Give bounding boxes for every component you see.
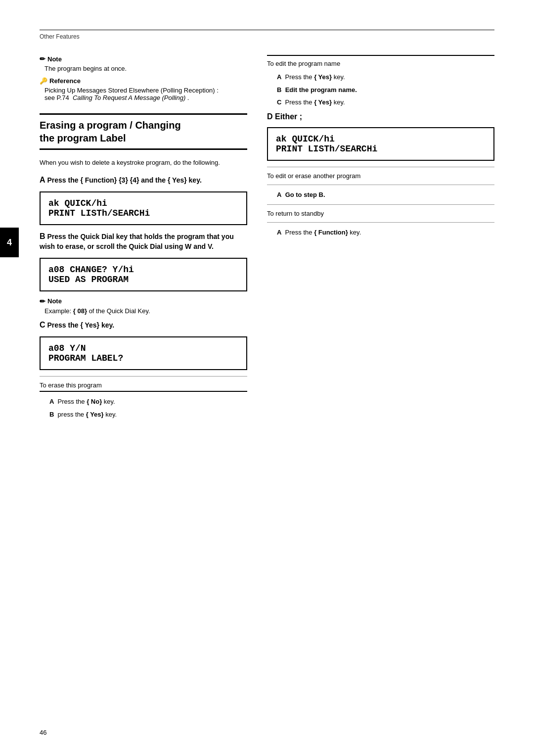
reference-text: Picking Up Messages Stored Elsewhere (Po… bbox=[44, 87, 247, 101]
divider-right-4 bbox=[267, 222, 494, 223]
edit-erase-title: To edit or erase another program bbox=[267, 172, 494, 180]
note-item: The program begins at once. bbox=[44, 65, 247, 72]
left-column: ✏ Note The program begins at once. 🔑 Ref… bbox=[40, 55, 247, 422]
right-column: To edit the program name A Press the { Y… bbox=[267, 55, 494, 422]
key-icon: 🔑 bbox=[40, 77, 47, 85]
edit-name-title: To edit the program name bbox=[267, 60, 494, 67]
reference-section: 🔑 Reference Picking Up Messages Stored E… bbox=[40, 77, 247, 101]
reference-title: 🔑 Reference bbox=[40, 77, 247, 85]
erase-step-a: A Press the { No} key. bbox=[49, 397, 247, 407]
step-b-text: Press the Quick Dial key that holds the … bbox=[40, 233, 234, 250]
either-label: D Either ; bbox=[267, 112, 494, 121]
note2-pencil-icon: ✏ bbox=[40, 297, 45, 305]
note-title: ✏ Note bbox=[40, 55, 247, 63]
page: Other Features 4 ✏ Note The program begi… bbox=[0, 0, 534, 756]
two-col-layout: ✏ Note The program begins at once. 🔑 Ref… bbox=[40, 55, 494, 422]
lcd-box-1: ak QUICK/hi PRINT LISTh/SEARCHi bbox=[40, 191, 247, 225]
lcd-box-2: a08 CHANGE? Y/hi USED AS PROGRAM bbox=[40, 258, 247, 291]
divider-right-3 bbox=[267, 204, 494, 205]
divider-right-1 bbox=[267, 167, 494, 167]
note2-title: ✏ Note bbox=[40, 297, 247, 305]
edit-name-header: To edit the program name bbox=[267, 55, 494, 67]
right-step-b1: B Edit the program name. bbox=[277, 85, 494, 95]
chapter-marker: 4 bbox=[0, 228, 19, 257]
body-text: When you wish to delete a keystroke prog… bbox=[40, 158, 247, 168]
step-a: A Press the { Function} {3} {4} and the … bbox=[40, 175, 247, 186]
note-section: ✏ Note The program begins at once. bbox=[40, 55, 247, 72]
lcd-right-1: ak QUICK/hi PRINT LISTh/SEARCHi bbox=[267, 127, 494, 161]
step-a-text: Press the { Function} {3} {4} and the { … bbox=[47, 176, 201, 184]
divider-right-2 bbox=[267, 185, 494, 185]
lcd-box-3: a08 Y/N PROGRAM LABEL? bbox=[40, 336, 247, 370]
note-pencil-icon: ✏ bbox=[40, 55, 45, 63]
header-left: Other Features bbox=[40, 33, 80, 40]
step-b: B Press the Quick Dial key that holds th… bbox=[40, 231, 247, 252]
right-step-a1: A Press the { Yes} key. bbox=[277, 72, 494, 82]
note2-item: Example: { 08} of the Quick Dial Key. bbox=[44, 307, 247, 315]
right-step-a2: A Go to step B. bbox=[277, 190, 494, 200]
step-c-text: Press the { Yes} key. bbox=[47, 321, 114, 329]
header-bar: Other Features bbox=[40, 30, 494, 40]
divider-1 bbox=[40, 376, 247, 377]
erase-step-b: B press the { Yes} key. bbox=[49, 410, 247, 420]
section-heading: Erasing a program / Changing the program… bbox=[40, 113, 247, 150]
return-standby-title: To return to standby bbox=[267, 210, 494, 217]
right-step-a3: A Press the { Function} key. bbox=[277, 228, 494, 237]
step-c: C Press the { Yes} key. bbox=[40, 320, 247, 331]
note2-section: ✏ Note Example: { 08} of the Quick Dial … bbox=[40, 297, 247, 315]
page-number: 46 bbox=[40, 729, 46, 736]
erase-title: To erase this program bbox=[40, 381, 247, 392]
right-step-c1: C Press the { Yes} key. bbox=[277, 97, 494, 107]
